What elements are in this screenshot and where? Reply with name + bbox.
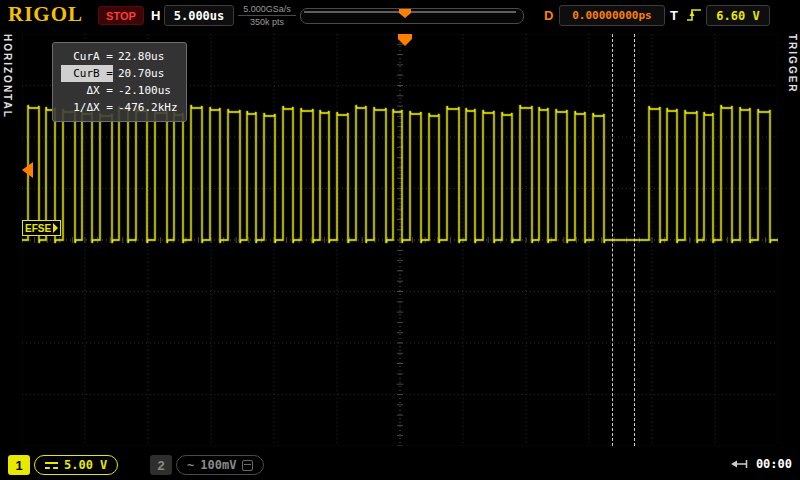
clock-readout: 00:00 bbox=[756, 457, 792, 471]
cursor-a-value: 22.80us bbox=[118, 48, 164, 65]
top-status-bar: RIGOL STOP H 5.000us 5.000GSa/s 350k pts… bbox=[0, 0, 800, 30]
timebase-readout[interactable]: 5.000us bbox=[164, 5, 234, 26]
channel1-label-tag[interactable]: EFSE bbox=[22, 220, 61, 236]
rigol-logo: RIGOL bbox=[8, 2, 83, 27]
trigger-position-marker[interactable] bbox=[398, 34, 412, 46]
delay-label: D bbox=[544, 8, 553, 23]
position-marker-icon bbox=[399, 9, 411, 18]
clock-group: 00:00 bbox=[730, 457, 792, 471]
horizontal-section-label: HORIZONTAL bbox=[2, 34, 13, 119]
cursor-b-value: 20.70us bbox=[118, 65, 164, 82]
horizontal-position-bar[interactable] bbox=[300, 8, 524, 24]
cursor-a-label: CurA = bbox=[61, 48, 113, 65]
trigger-section-label: TRIGGER bbox=[787, 34, 798, 94]
channel2-group[interactable]: 2 ~ 100mV bbox=[150, 455, 264, 475]
cursor-inv-dx-value: -476.2kHz bbox=[118, 99, 178, 116]
trigger-level-readout[interactable]: 6.60 V bbox=[706, 5, 770, 26]
trigger-delay-readout[interactable]: 0.00000000ps bbox=[559, 5, 665, 26]
trigger-label: T bbox=[670, 8, 678, 23]
channel1-scale-box[interactable]: 5.00 V bbox=[34, 455, 118, 475]
channel2-indicator-icon bbox=[242, 460, 253, 471]
channel1-scale-value: 5.00 V bbox=[64, 458, 107, 472]
channel1-badge[interactable]: 1 bbox=[8, 455, 30, 475]
cursor-row-inv-dx: 1/ΔX = -476.2kHz bbox=[61, 99, 178, 116]
cursor-dx-label: ΔX = bbox=[61, 82, 113, 99]
memory-waveform-preview bbox=[301, 9, 521, 21]
channel2-scale-value: 100mV bbox=[200, 458, 236, 472]
ac-coupling-icon: ~ bbox=[187, 458, 194, 472]
cursor-b-line[interactable] bbox=[634, 34, 635, 446]
cursor-row-b: CurB = 20.70us bbox=[61, 65, 178, 82]
memory-depth: 350k pts bbox=[238, 16, 296, 27]
bottom-status-bar: 1 5.00 V 2 ~ 100mV 00:00 bbox=[0, 450, 800, 480]
cursor-measurement-panel: CurA = 22.80us CurB = 20.70us ΔX = -2.10… bbox=[52, 42, 187, 122]
channel2-badge[interactable]: 2 bbox=[150, 455, 172, 475]
cursor-dx-value: -2.100us bbox=[118, 82, 171, 99]
oscilloscope-screen: RIGOL STOP H 5.000us 5.000GSa/s 350k pts… bbox=[0, 0, 800, 480]
arrow-left-icon bbox=[730, 458, 750, 470]
trigger-slope-icon bbox=[686, 7, 702, 23]
trigger-level-marker[interactable] bbox=[22, 162, 33, 178]
cursor-a-line[interactable] bbox=[612, 34, 613, 446]
graticule-area: CurA = 22.80us CurB = 20.70us ΔX = -2.10… bbox=[22, 34, 778, 446]
dc-coupling-icon bbox=[45, 462, 58, 469]
acquisition-info: 5.000GSa/s 350k pts bbox=[238, 4, 296, 27]
channel1-label-text: EFSE bbox=[25, 223, 51, 234]
cursor-row-dx: ΔX = -2.100us bbox=[61, 82, 178, 99]
channel2-scale-box[interactable]: ~ 100mV bbox=[176, 455, 264, 475]
display-area: HORIZONTAL TRIGGER CurA = 22.80us CurB = bbox=[0, 30, 800, 450]
cursor-row-a: CurA = 22.80us bbox=[61, 48, 178, 65]
horizontal-label: H bbox=[151, 8, 160, 23]
cursor-b-label: CurB = bbox=[61, 65, 113, 82]
channel1-group[interactable]: 1 5.00 V bbox=[8, 455, 118, 475]
channel1-level-arrow-icon bbox=[53, 223, 58, 233]
run-state-badge[interactable]: STOP bbox=[98, 6, 144, 25]
cursor-inv-dx-label: 1/ΔX = bbox=[61, 99, 113, 116]
sample-rate: 5.000GSa/s bbox=[238, 4, 296, 16]
